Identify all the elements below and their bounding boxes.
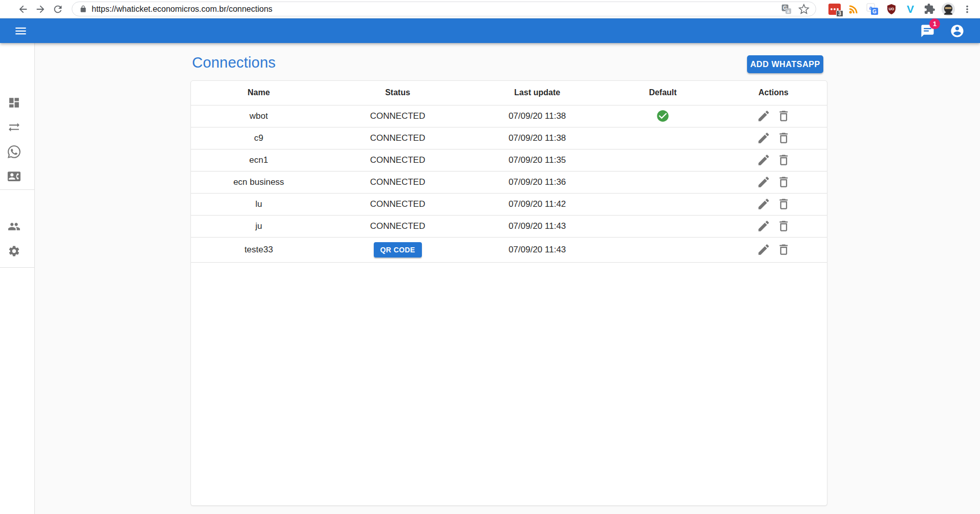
cell-actions <box>720 171 827 193</box>
column-header-actions: Actions <box>720 81 827 105</box>
table-row: ecn business CONNECTED 07/09/20 11:36 <box>191 171 827 193</box>
edit-button[interactable] <box>755 174 772 191</box>
status-text: CONNECTED <box>370 133 425 143</box>
trash-icon <box>777 109 791 123</box>
delete-button[interactable] <box>775 218 792 235</box>
cell-default <box>606 105 720 127</box>
cell-last-update: 07/09/20 11:38 <box>469 127 606 149</box>
table-row: c9 CONNECTED 07/09/20 11:38 <box>191 127 827 149</box>
table-row: ecn1 CONNECTED 07/09/20 11:35 <box>191 149 827 171</box>
trash-icon <box>777 219 791 233</box>
status-text: CONNECTED <box>370 155 425 165</box>
page-title: Connections <box>192 54 275 71</box>
cell-default <box>606 127 720 149</box>
cell-last-update: 07/09/20 11:38 <box>469 105 606 127</box>
cell-status: CONNECTED <box>327 193 469 215</box>
trash-icon <box>777 197 791 211</box>
sidebar-item-contacts[interactable] <box>8 170 20 183</box>
delete-button[interactable] <box>775 108 792 125</box>
status-text: CONNECTED <box>370 177 425 187</box>
account-circle-icon[interactable] <box>948 22 966 39</box>
sidebar-item-users[interactable] <box>8 220 20 233</box>
edit-pencil-icon <box>757 131 771 145</box>
add-whatsapp-button[interactable]: ADD WHATSAPP <box>747 55 823 73</box>
cell-last-update: 07/09/20 11:36 <box>469 171 606 193</box>
cell-actions <box>720 127 827 149</box>
cell-actions <box>720 149 827 171</box>
delete-button[interactable] <box>775 196 792 213</box>
edit-button[interactable] <box>755 108 772 125</box>
cell-actions <box>720 215 827 237</box>
people-icon <box>8 220 20 233</box>
edit-button[interactable] <box>755 241 772 259</box>
cell-name: wbot <box>191 105 327 127</box>
cell-name: ju <box>191 215 327 237</box>
edit-button[interactable] <box>755 196 772 213</box>
sync-arrows-icon <box>8 121 20 134</box>
trash-icon <box>777 131 791 145</box>
edit-pencil-icon <box>757 219 771 233</box>
sidebar-item-dashboard[interactable] <box>8 96 20 109</box>
delete-button[interactable] <box>775 174 792 191</box>
trash-icon <box>777 243 791 256</box>
qr-code-button[interactable]: QR CODE <box>374 242 422 258</box>
delete-button[interactable] <box>775 130 792 147</box>
trash-icon <box>777 175 791 189</box>
back-icon[interactable] <box>14 1 32 18</box>
edit-pencil-icon <box>757 197 771 211</box>
default-check-icon <box>656 111 670 120</box>
cell-last-update: 07/09/20 11:43 <box>469 215 606 237</box>
cell-name: ecn business <box>191 171 327 193</box>
sidebar-item-connections[interactable] <box>8 121 20 134</box>
chat-icon[interactable]: 1 <box>919 22 936 39</box>
delete-button[interactable] <box>775 152 792 169</box>
url-text[interactable]: https://whaticket.economicros.com.br/con… <box>92 5 776 14</box>
address-bar[interactable]: https://whaticket.economicros.com.br/con… <box>72 2 816 16</box>
whatsapp-icon <box>8 145 20 158</box>
ublock-shield-icon[interactable]: UO <box>884 2 899 17</box>
column-header-last-update: Last update <box>469 81 606 105</box>
dashboard-icon <box>8 96 20 109</box>
connections-table: Name Status Last update Default Actions … <box>191 81 827 263</box>
cell-name: ecn1 <box>191 149 327 171</box>
menu-hamburger-icon[interactable] <box>10 20 31 41</box>
delete-button[interactable] <box>775 241 792 259</box>
edit-button[interactable] <box>755 218 772 235</box>
translate-icon[interactable]: G a <box>780 3 793 16</box>
bookmark-star-icon[interactable] <box>797 3 811 16</box>
edit-button[interactable] <box>755 152 772 169</box>
browser-menu-dots-icon[interactable] <box>960 2 975 17</box>
profile-avatar[interactable] <box>941 2 956 17</box>
cell-status: CONNECTED <box>327 171 469 193</box>
cell-name: c9 <box>191 127 327 149</box>
table-row: wbot CONNECTED 07/09/20 11:38 <box>191 105 827 127</box>
reload-icon[interactable] <box>49 1 67 18</box>
table-header-row: Name Status Last update Default Actions <box>191 81 827 105</box>
browser-toolbar: https://whaticket.economicros.com.br/con… <box>0 0 980 18</box>
notification-badge: 1 <box>929 18 940 29</box>
edit-button[interactable] <box>755 130 772 147</box>
sidebar-item-tickets[interactable] <box>8 145 20 158</box>
sidebar-divider <box>0 189 34 190</box>
puzzle-extensions-icon[interactable] <box>922 2 937 17</box>
svg-text:UO: UO <box>889 7 894 10</box>
connections-card: Name Status Last update Default Actions … <box>190 80 827 506</box>
cell-status: CONNECTED <box>327 149 469 171</box>
cell-last-update: 07/09/20 11:42 <box>469 193 606 215</box>
video-v-icon[interactable]: V <box>903 2 918 17</box>
cell-name: lu <box>191 193 327 215</box>
lock-icon <box>79 5 87 13</box>
table-row: ju CONNECTED 07/09/20 11:43 <box>191 215 827 237</box>
cell-default <box>606 215 720 237</box>
cell-name: teste33 <box>191 237 327 262</box>
rss-icon[interactable] <box>846 2 861 17</box>
settings-gear-icon <box>8 245 20 258</box>
connections-table-body: wbot CONNECTED 07/09/20 11:38 c9 CONNECT… <box>191 105 827 262</box>
forward-icon[interactable] <box>32 1 49 18</box>
status-text: CONNECTED <box>370 111 425 121</box>
contact-phone-icon <box>8 170 20 183</box>
google-translate-icon[interactable]: a G <box>865 2 880 17</box>
cell-default <box>606 171 720 193</box>
sidebar-item-settings[interactable] <box>8 245 20 258</box>
red-extension-icon[interactable]: 3 <box>827 2 842 17</box>
